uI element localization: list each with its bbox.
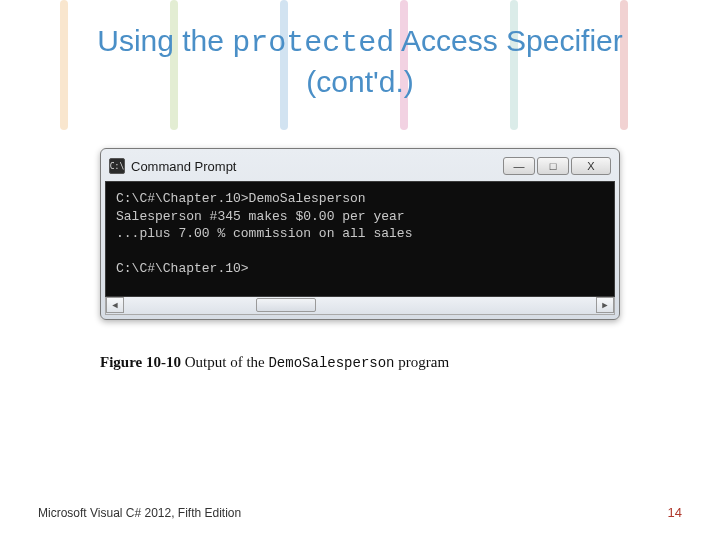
window-titlebar: C:\ Command Prompt — □ X (105, 153, 615, 181)
caption-post: program (395, 354, 450, 370)
caption-pre: Output of the (181, 354, 269, 370)
title-line2: (cont'd.) (306, 65, 413, 98)
scroll-thumb[interactable] (256, 298, 316, 312)
scroll-track[interactable] (124, 297, 596, 313)
scroll-left-icon[interactable]: ◄ (106, 297, 124, 313)
console-line: C:\C#\Chapter.10> (116, 261, 249, 276)
scroll-right-icon[interactable]: ► (596, 297, 614, 313)
console-line: C:\C#\Chapter.10>DemoSalesperson (116, 191, 366, 206)
slide-title: Using the protected Access Specifier (co… (0, 0, 720, 100)
title-post: Access Specifier (394, 24, 622, 57)
window-buttons: — □ X (501, 157, 611, 175)
maximize-button[interactable]: □ (537, 157, 569, 175)
console-line: ...plus 7.00 % commission on all sales (116, 226, 412, 241)
horizontal-scrollbar[interactable]: ◄ ► (105, 297, 615, 315)
console-line: Salesperson #345 makes $0.00 per year (116, 209, 405, 224)
window-title: Command Prompt (131, 159, 501, 174)
minimize-button[interactable]: — (503, 157, 535, 175)
figure-area: C:\ Command Prompt — □ X C:\C#\Chapter.1… (100, 148, 620, 371)
caption-code: DemoSalesperson (268, 355, 394, 371)
figure-caption: Figure 10-10 Output of the DemoSalespers… (100, 354, 620, 371)
title-pre: Using the (97, 24, 232, 57)
app-icon: C:\ (109, 158, 125, 174)
footer-book-title: Microsoft Visual C# 2012, Fifth Edition (38, 506, 241, 520)
page-number: 14 (668, 505, 682, 520)
close-button[interactable]: X (571, 157, 611, 175)
console-output: C:\C#\Chapter.10>DemoSalesperson Salespe… (105, 181, 615, 297)
title-code: protected (232, 26, 394, 60)
command-prompt-window: C:\ Command Prompt — □ X C:\C#\Chapter.1… (100, 148, 620, 320)
caption-label: Figure 10-10 (100, 354, 181, 370)
